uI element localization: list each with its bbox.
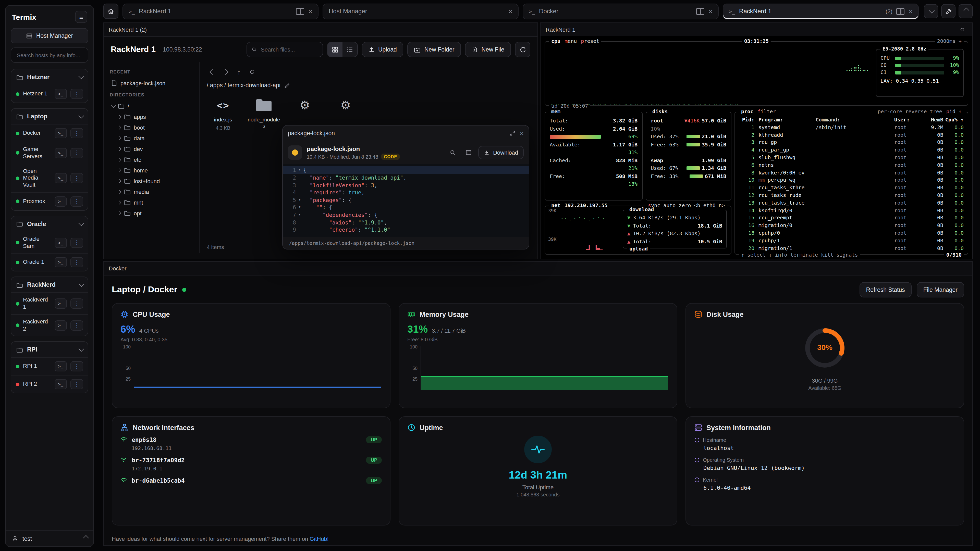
host-menu-button[interactable]: ⋮	[70, 148, 83, 158]
host-menu-button[interactable]: ⋮	[70, 89, 83, 99]
host-menu-button[interactable]: ⋮	[70, 197, 83, 206]
expand-icon[interactable]	[510, 130, 516, 136]
new-file-button[interactable]: New File	[465, 42, 511, 57]
chevron-down-icon[interactable]	[79, 346, 84, 352]
host-row[interactable]: RackNerd 2 >_ ⋮	[11, 314, 88, 336]
tab-host-manager[interactable]: Host Manager ×	[323, 3, 519, 19]
connect-terminal-button[interactable]: >_	[55, 320, 67, 330]
close-icon[interactable]: ×	[309, 8, 312, 14]
edit-path-icon[interactable]	[285, 83, 290, 88]
host-row[interactable]: RPI 2 >_ ⋮	[11, 375, 88, 393]
tree-directory[interactable]: media	[110, 186, 193, 197]
host-manager-button[interactable]: Host Manager	[11, 28, 88, 43]
process-row[interactable]: 5 slub_flushwq root 0B 0.0	[735, 154, 968, 162]
chevron-down-icon[interactable]	[79, 73, 84, 79]
tab-docker[interactable]: >_ Docker ×	[523, 3, 719, 19]
process-row[interactable]: 14 ksoftirqd/0 root 0B 0.0	[735, 207, 968, 214]
host-row[interactable]: RackNerd 1 >_ ⋮	[11, 292, 88, 314]
tab-racknerd-1-active[interactable]: >_ RackNerd 1 (2) ×	[723, 3, 919, 19]
search-in-file-button[interactable]	[447, 146, 459, 159]
process-row[interactable]: 8 kworker/0:0H-ev root 0B 0.0	[735, 169, 968, 177]
connect-terminal-button[interactable]: >_	[55, 197, 67, 206]
connect-terminal-button[interactable]: >_	[55, 257, 67, 268]
host-menu-button[interactable]: ⋮	[70, 238, 83, 248]
chevron-down-icon[interactable]	[79, 113, 84, 119]
tree-directory[interactable]: home	[110, 165, 193, 176]
user-menu[interactable]: test	[6, 530, 94, 546]
reconnect-button[interactable]	[957, 24, 967, 35]
host-group-header[interactable]: RackNerd	[11, 277, 88, 292]
table-view-button[interactable]	[463, 146, 475, 159]
refresh-button[interactable]	[515, 42, 530, 57]
process-row[interactable]: 20 migration/1 root 0B 0.0	[735, 245, 968, 252]
connect-terminal-button[interactable]: >_	[55, 148, 67, 158]
close-icon[interactable]: ×	[709, 8, 713, 14]
split-view-icon[interactable]	[897, 8, 905, 14]
forward-button[interactable]	[220, 66, 231, 78]
list-view-button[interactable]	[342, 42, 358, 57]
file-search-input[interactable]	[260, 46, 318, 53]
tab-racknerd-1-terminal[interactable]: >_ RackNerd 1 ×	[123, 3, 318, 19]
process-row[interactable]: 13 rcu_tasks_trace root 0B 0.0	[735, 200, 968, 207]
chevron-down-icon[interactable]	[79, 220, 84, 226]
host-menu-button[interactable]: ⋮	[70, 380, 83, 389]
interface-row[interactable]: br-73718f7a09d2 172.19.0.1 UP	[121, 452, 382, 472]
process-row[interactable]: 3 rcu_gp root 0B 0.0	[735, 139, 968, 147]
new-folder-button[interactable]: New Folder	[407, 42, 461, 57]
chevron-up-icon[interactable]	[83, 535, 89, 541]
host-row[interactable]: Docker >_ ⋮	[11, 124, 88, 142]
host-row[interactable]: Oracle Sam >_ ⋮	[11, 232, 88, 253]
connect-terminal-button[interactable]: >_	[55, 362, 67, 372]
process-row[interactable]: 16 migration/0 root 0B 0.0	[735, 222, 968, 230]
host-group-header[interactable]: Laptop	[11, 109, 88, 124]
file-item-indexjs[interactable]: <> index.js 4.3 KB	[207, 97, 239, 130]
github-link[interactable]: GitHub!	[310, 536, 329, 542]
code-preview[interactable]: 1▾{2 "name": "termix-download-api",3 "lo…	[283, 164, 529, 237]
tree-directory[interactable]: mnt	[110, 197, 193, 208]
terminal-screen[interactable]: cpu menu preset 03:31:25 2000ms + up 20d…	[541, 36, 972, 259]
tree-directory[interactable]: data	[110, 133, 193, 143]
interface-row[interactable]: br-d6abe1b5cab4 UP	[121, 472, 382, 487]
host-row[interactable]: Oracle 1 >_ ⋮	[11, 253, 88, 271]
process-row[interactable]: 12 rcu_tasks_rude_ root 0B 0.0	[735, 192, 968, 200]
connect-terminal-button[interactable]: >_	[55, 299, 67, 309]
chevron-down-button[interactable]	[924, 4, 938, 18]
tree-root[interactable]: /	[110, 100, 193, 111]
hamburger-menu-icon[interactable]: ≡	[75, 11, 87, 23]
breadcrumb-path[interactable]: / apps / termix-download-api	[207, 82, 280, 88]
host-menu-button[interactable]: ⋮	[70, 362, 83, 372]
host-menu-button[interactable]: ⋮	[70, 128, 83, 138]
wrench-button[interactable]	[941, 4, 956, 18]
host-group-header[interactable]: RPI	[11, 342, 88, 357]
connect-terminal-button[interactable]: >_	[55, 128, 67, 138]
tree-directory[interactable]: lost+found	[110, 176, 193, 186]
process-row[interactable]: 6 netns root 0B 0.0	[735, 162, 968, 169]
host-menu-button[interactable]: ⋮	[70, 320, 83, 330]
process-row[interactable]: 10 mm_percpu_wq root 0B 0.0	[735, 177, 968, 184]
interface-row[interactable]: enp6s18 192.168.68.11 UP	[121, 432, 382, 452]
close-icon[interactable]: ×	[520, 130, 524, 137]
host-row[interactable]: RPI 1 >_ ⋮	[11, 357, 88, 375]
host-row[interactable]: Proxmox >_ ⋮	[11, 192, 88, 210]
chevron-down-icon[interactable]	[79, 281, 84, 287]
close-icon[interactable]: ×	[509, 8, 512, 14]
host-group-header[interactable]: Hetzner	[11, 69, 88, 85]
refresh-status-button[interactable]: Refresh Status	[859, 282, 912, 297]
tree-directory[interactable]: apps	[110, 111, 193, 122]
process-row[interactable]: 11 rcu_tasks_kthre root 0B 0.0	[735, 184, 968, 192]
upload-button[interactable]: Upload	[362, 42, 404, 57]
host-menu-button[interactable]: ⋮	[70, 257, 83, 268]
tree-directory[interactable]: boot	[110, 122, 193, 133]
file-manager-button[interactable]: File Manager	[917, 282, 964, 297]
up-directory-button[interactable]: ↑	[233, 66, 245, 78]
host-search-input[interactable]	[16, 52, 83, 59]
close-icon[interactable]: ×	[909, 8, 913, 14]
host-group-header[interactable]: Oracle	[11, 216, 88, 232]
process-row[interactable]: 18 cpuhp/0 root 0B 0.0	[735, 230, 968, 237]
host-row[interactable]: Hetzner 1 >_ ⋮	[11, 85, 88, 103]
process-row[interactable]: 15 rcu_preempt root 0B 0.0	[735, 214, 968, 222]
process-row[interactable]: 19 cpuhp/1 root 0B 0.0	[735, 237, 968, 245]
connect-terminal-button[interactable]: >_	[55, 173, 67, 183]
process-row[interactable]: 2 kthreadd root 0B 0.0	[735, 131, 968, 139]
process-row[interactable]: 4 rcu_par_gp root 0B 0.0	[735, 146, 968, 154]
